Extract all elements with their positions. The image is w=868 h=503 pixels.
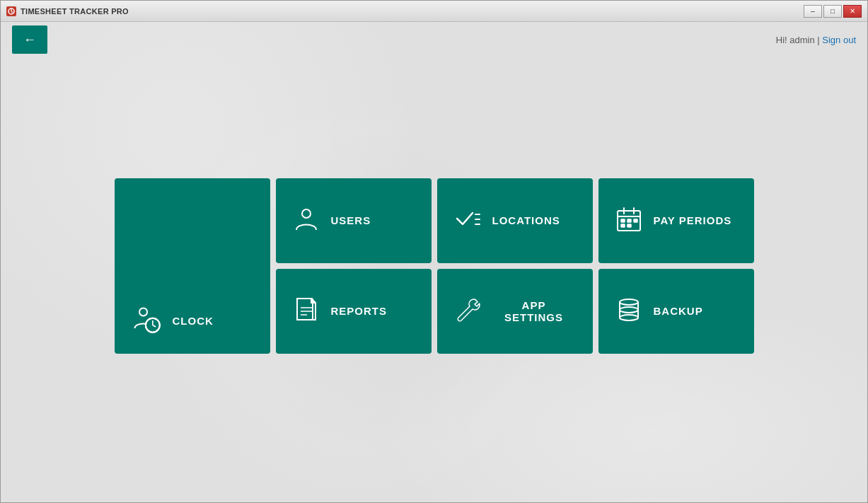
window-controls: – □ ✕ <box>804 5 862 18</box>
title-bar-left: TIMESHEET TRACKER PRO <box>6 6 129 16</box>
svg-rect-16 <box>621 219 625 222</box>
content-area: ← Hi! admin | Sign out <box>1 22 867 502</box>
svg-rect-19 <box>621 224 625 227</box>
reports-icon <box>293 296 320 325</box>
tile-clock[interactable]: CLOCK <box>115 178 270 353</box>
back-arrow-icon: ← <box>23 33 36 47</box>
appsettings-label: APP SETTINGS <box>492 299 576 323</box>
svg-point-3 <box>139 308 147 316</box>
greeting-text: Hi! admin <box>776 35 815 45</box>
reports-label: REPORTS <box>331 305 388 317</box>
minimize-button[interactable]: – <box>804 5 822 18</box>
users-icon <box>293 206 320 235</box>
title-bar: TIMESHEET TRACKER PRO – □ ✕ <box>1 1 867 22</box>
svg-point-31 <box>620 315 638 320</box>
svg-rect-17 <box>627 219 631 222</box>
backup-icon <box>615 296 642 325</box>
main-window: TIMESHEET TRACKER PRO – □ ✕ ← Hi! admin … <box>0 0 868 503</box>
users-label: USERS <box>331 214 371 226</box>
settings-icon <box>454 296 481 325</box>
tile-locations[interactable]: LOCATIONS <box>437 178 593 262</box>
close-button[interactable]: ✕ <box>843 5 862 18</box>
svg-point-25 <box>620 299 638 305</box>
svg-rect-21 <box>297 299 313 320</box>
window-title: TIMESHEET TRACKER PRO <box>21 7 129 16</box>
tile-payperiods[interactable]: PAY PERIODS <box>598 178 754 262</box>
locations-label: LOCATIONS <box>492 214 560 226</box>
backup-label: BACKUP <box>654 305 703 317</box>
tile-users[interactable]: USERS <box>276 178 432 262</box>
signout-link[interactable]: Sign out <box>822 35 856 45</box>
tile-reports[interactable]: REPORTS <box>276 268 432 353</box>
clock-icon <box>132 304 161 336</box>
tile-appsettings[interactable]: APP SETTINGS <box>437 268 593 353</box>
top-bar: ← Hi! admin | Sign out <box>1 22 867 57</box>
restore-button[interactable]: □ <box>823 5 842 18</box>
app-icon <box>6 6 16 16</box>
tile-backup[interactable]: BACKUP <box>598 268 754 353</box>
user-info: Hi! admin | Sign out <box>776 35 856 45</box>
tile-clock-content: CLOCK <box>132 304 214 336</box>
calendar-icon <box>615 206 642 235</box>
svg-point-8 <box>302 209 311 218</box>
payperiods-label: PAY PERIODS <box>654 214 732 226</box>
svg-rect-20 <box>627 224 631 227</box>
svg-line-2 <box>11 11 13 13</box>
back-button[interactable]: ← <box>12 25 47 54</box>
menu-grid: CLOCK USERS <box>115 178 754 353</box>
svg-rect-18 <box>634 219 637 222</box>
locations-icon <box>454 206 481 235</box>
clock-label: CLOCK <box>173 314 214 326</box>
svg-point-28 <box>620 307 638 313</box>
